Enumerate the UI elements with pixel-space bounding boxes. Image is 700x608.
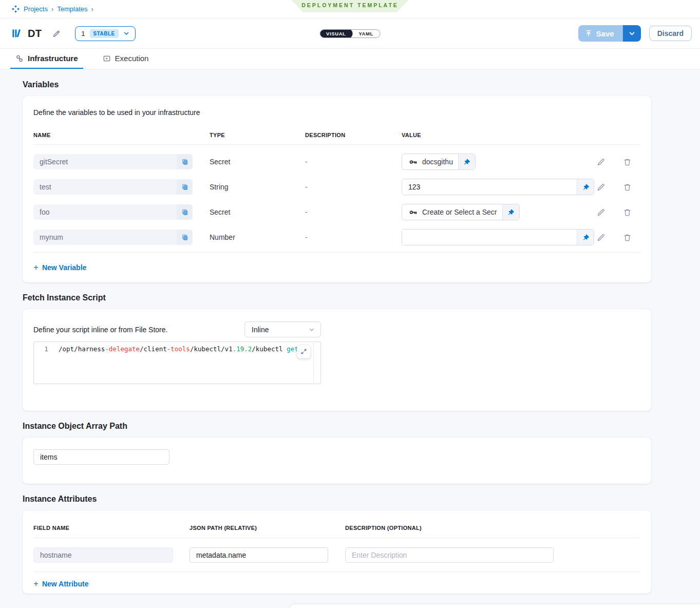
pin-icon[interactable] — [577, 179, 594, 195]
expand-icon — [300, 348, 307, 355]
copy-icon[interactable] — [177, 154, 193, 169]
toggle-visual[interactable]: VISUAL — [319, 29, 352, 38]
column-header-type: TYPE — [210, 132, 305, 138]
variable-name-input — [33, 179, 177, 195]
delete-variable-icon[interactable] — [622, 156, 633, 167]
variable-type: Secret — [210, 208, 305, 216]
attribute-description-input[interactable] — [345, 547, 554, 563]
edit-title-button[interactable] — [51, 28, 62, 39]
row-actions — [594, 206, 640, 218]
column-header-description: DESCRIPTION — [305, 132, 402, 138]
save-button-label: Save — [596, 29, 614, 38]
copy-icon[interactable] — [177, 230, 193, 245]
visual-yaml-toggle: VISUAL YAML — [319, 29, 381, 38]
edit-variable-icon[interactable] — [595, 206, 607, 218]
edit-variable-icon[interactable] — [595, 156, 607, 167]
header-actions: Save Discard — [578, 25, 692, 42]
variable-description: - — [305, 233, 402, 241]
edit-variable-icon[interactable] — [595, 181, 607, 193]
variable-name-input — [33, 154, 177, 169]
save-split-button: Save — [578, 25, 641, 42]
version-number: 1 — [81, 30, 85, 37]
new-attribute-label: New Attribute — [42, 580, 88, 588]
breadcrumb-link-templates[interactable]: Templates — [57, 5, 87, 13]
page-title: DT — [28, 28, 42, 40]
pin-icon[interactable] — [577, 230, 594, 245]
fetch-script-card: Define your script inline or from File S… — [23, 309, 651, 411]
variables-section-title: Variables — [23, 69, 700, 96]
upload-arrow-icon — [585, 30, 592, 37]
variable-type: Number — [210, 233, 305, 241]
pin-icon[interactable] — [458, 154, 475, 169]
script-code-editor[interactable]: 1 /opt/harness-delegate/client-tools/kub… — [33, 341, 321, 384]
tab-execution-label: Execution — [115, 54, 149, 63]
row-actions — [594, 232, 640, 243]
variable-name-field — [33, 230, 193, 245]
breadcrumb-separator: › — [51, 5, 53, 13]
chevron-down-icon — [309, 327, 315, 333]
discard-button[interactable]: Discard — [649, 26, 692, 41]
template-library-icon — [11, 28, 23, 39]
secret-chip-label: docsgithu — [422, 158, 453, 166]
variable-name-field — [33, 154, 193, 169]
delete-variable-icon[interactable] — [622, 206, 633, 218]
variable-name-field — [33, 179, 193, 195]
script-source-selected: Inline — [252, 326, 269, 334]
instance-attributes-card: FIELD NAME JSON PATH (RELATIVE) DESCRIPT… — [23, 510, 651, 594]
line-number: 1 — [34, 345, 59, 353]
expand-editor-button[interactable] — [297, 345, 311, 358]
row-actions — [594, 181, 640, 193]
row-actions — [594, 156, 640, 167]
save-button[interactable]: Save — [578, 25, 622, 42]
attribute-field-name-input — [33, 547, 173, 563]
delete-variable-icon[interactable] — [622, 232, 633, 243]
editor-scrollbar[interactable] — [313, 343, 314, 383]
tab-infrastructure[interactable]: Infrastructure — [10, 49, 83, 69]
variable-name-input — [33, 204, 177, 220]
attribute-row — [33, 547, 640, 563]
column-header-name: NAME — [33, 132, 210, 138]
title-group: DT 1 STABLE — [11, 26, 136, 41]
copy-icon[interactable] — [177, 179, 193, 195]
edit-variable-icon[interactable] — [595, 232, 607, 243]
main-content: Variables Define the variables to be use… — [0, 69, 700, 608]
code-line-content: /opt/harness-delegate/client-tools/kubec… — [59, 345, 298, 353]
script-source-select[interactable]: Inline — [244, 321, 321, 337]
pin-icon[interactable] — [502, 204, 519, 220]
attribute-json-path-input[interactable] — [190, 547, 328, 563]
infrastructure-icon — [15, 54, 24, 63]
save-dropdown-button[interactable] — [622, 25, 641, 42]
secret-select-chip[interactable]: Create or Select a Secr — [402, 204, 520, 220]
new-attribute-button[interactable]: + New Attribute — [33, 579, 88, 588]
chevron-down-icon — [629, 30, 635, 37]
version-selector[interactable]: 1 STABLE — [75, 26, 136, 41]
variable-description: - — [305, 208, 402, 216]
variable-value-input[interactable] — [402, 179, 577, 195]
delete-variable-icon[interactable] — [622, 181, 633, 193]
array-path-input[interactable] — [33, 449, 169, 465]
fetch-script-description: Define your script inline or from File S… — [33, 326, 244, 334]
breadcrumb-separator: › — [91, 5, 93, 13]
variable-row: Secret - Create or Select a Secr — [33, 204, 640, 220]
deployment-template-banner: DEPLOYMENT TEMPLATE — [292, 0, 409, 12]
variable-value-input[interactable] — [402, 230, 577, 245]
attributes-table-header: FIELD NAME JSON PATH (RELATIVE) DESCRIPT… — [33, 525, 640, 538]
copy-icon[interactable] — [177, 204, 193, 220]
tab-execution[interactable]: Execution — [98, 49, 154, 69]
new-variable-button[interactable]: + New Variable — [33, 263, 86, 272]
variable-row: Secret - docsgithu — [33, 154, 640, 170]
tabs-bar: Infrastructure Execution — [0, 49, 700, 69]
code-line: 1 /opt/harness-delegate/client-tools/kub… — [34, 342, 320, 353]
secret-select-chip[interactable]: docsgithu — [402, 154, 476, 170]
fetch-script-section-title: Fetch Instance Script — [23, 282, 700, 309]
variable-name-field — [33, 204, 193, 220]
toggle-yaml[interactable]: YAML — [352, 29, 380, 38]
execution-play-icon — [103, 54, 111, 63]
key-icon — [409, 158, 418, 166]
column-header-json-path: JSON PATH (RELATIVE) — [190, 525, 345, 531]
breadcrumb-link-projects[interactable]: Projects — [24, 5, 48, 13]
version-stable-badge: STABLE — [90, 29, 119, 38]
variables-description: Define the variables to be used in your … — [33, 108, 640, 117]
projects-icon — [11, 5, 20, 13]
variable-row: String - — [33, 179, 640, 195]
